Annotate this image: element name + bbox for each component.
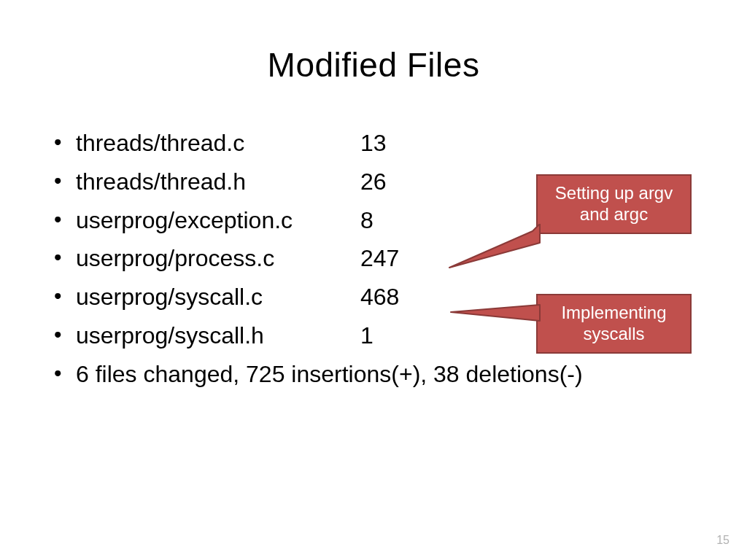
callout-arrow-icon xyxy=(445,224,547,275)
callout-syscalls: Implementing syscalls xyxy=(536,294,692,354)
file-count: 13 xyxy=(360,124,387,163)
page-number: 15 xyxy=(716,534,729,547)
slide-title: Modified Files xyxy=(0,0,747,85)
callout-argv: Setting up argv and argc xyxy=(536,174,692,234)
callout-text: Implementing syscalls xyxy=(561,303,666,343)
callout-arrow-icon xyxy=(446,299,549,328)
callout-text: Setting up argv and argc xyxy=(555,183,673,224)
svg-marker-1 xyxy=(451,305,540,321)
file-name: userprog/exception.c xyxy=(76,201,360,240)
file-count: 8 xyxy=(360,201,374,240)
file-name: threads/thread.h xyxy=(76,163,360,201)
file-count: 247 xyxy=(360,239,399,278)
list-item: 6 files changed, 725 insertions(+), 38 d… xyxy=(51,355,693,394)
slide: Modified Files threads/thread.c13 thread… xyxy=(0,0,747,560)
file-name: userprog/process.c xyxy=(76,239,360,278)
svg-marker-0 xyxy=(449,224,540,268)
summary-text: 6 files changed, 725 insertions(+), 38 d… xyxy=(76,361,583,387)
file-name: threads/thread.c xyxy=(76,124,360,163)
file-count: 1 xyxy=(360,316,374,355)
file-count: 26 xyxy=(360,163,387,201)
list-item: userprog/process.c247 xyxy=(51,239,693,278)
file-name: userprog/syscall.h xyxy=(76,316,360,355)
file-count: 468 xyxy=(360,278,399,316)
list-item: threads/thread.c13 xyxy=(51,124,693,163)
file-name: userprog/syscall.c xyxy=(76,278,360,316)
